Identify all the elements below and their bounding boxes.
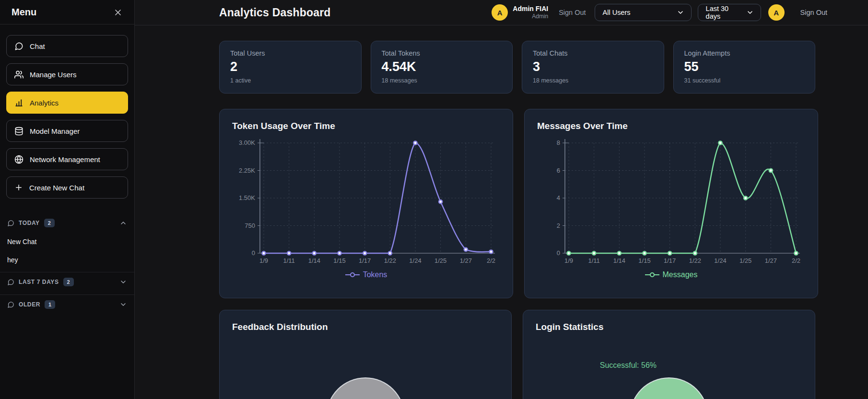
token-usage-chart: 07501.50K2.25K3.00K1/91/111/141/151/171/… [232,136,500,270]
token-usage-card: Token Usage Over Time 07501.50K2.25K3.00… [219,109,513,298]
sidebar-item-analytics[interactable]: Analytics [6,92,128,114]
section-today[interactable]: TODAY 2 [0,213,134,233]
user-filter-value: All Users [603,9,631,16]
stat-value: 55 [684,59,805,74]
plus-icon [14,183,23,192]
token-usage-legend: Tokens [232,270,500,279]
sidebar: Menu Chat Manage Users Analytics [0,0,135,399]
stat-label: Total Tokens [382,49,502,57]
stat-card-total-tokens: Total Tokens 4.54K 18 messages [371,41,513,94]
svg-text:750: 750 [245,222,255,229]
chevron-down-icon [746,9,754,16]
svg-text:1/11: 1/11 [283,257,294,264]
bar-chart-icon [14,98,23,107]
close-sidebar-button[interactable] [113,8,123,17]
chat-bubble-icon [7,220,14,227]
chart-title: Token Usage Over Time [232,121,500,131]
svg-text:8: 8 [557,139,560,146]
sidebar-item-manage-users[interactable]: Manage Users [6,63,128,85]
sign-out-link[interactable]: Sign Out [559,9,586,16]
sidebar-item-chat[interactable]: Chat [6,35,128,57]
svg-text:1/17: 1/17 [359,257,371,264]
svg-text:1/11: 1/11 [588,257,599,264]
sign-out-link-secondary[interactable]: Sign Out [800,9,827,16]
sidebar-item-label: Manage Users [30,70,77,79]
chart-title: Login Statistics [536,322,802,332]
chat-history-item[interactable]: hey [0,251,134,269]
section-count-badge: 2 [44,219,55,227]
chat-bubble-icon [7,301,14,308]
svg-text:1/9: 1/9 [564,257,573,264]
svg-text:4: 4 [557,194,560,201]
sidebar-item-label: Create New Chat [29,184,84,192]
sidebar-item-label: Chat [30,42,45,50]
stat-subtext: 1 active [230,77,351,84]
section-label: TODAY [19,220,40,226]
stat-subtext: 31 successful [684,77,805,84]
globe-icon [14,155,23,164]
section-older[interactable]: OLDER 1 [0,295,134,314]
chat-history: TODAY 2 New Chat hey LAST 7 DAYS 2 OLDER [0,205,134,314]
section-last-7-days[interactable]: LAST 7 DAYS 2 [0,272,134,292]
feedback-distribution-card: Feedback Distribution [219,310,512,399]
svg-text:2.25K: 2.25K [239,167,255,174]
chevron-down-icon [677,9,684,16]
close-icon [113,8,123,17]
stat-value: 3 [533,59,653,74]
svg-text:1/27: 1/27 [765,257,777,264]
user-filter-select[interactable]: All Users [595,4,692,21]
feedback-pie-chart [326,377,405,399]
stat-card-login-attempts: Login Attempts 55 31 successful [673,41,816,94]
svg-text:0: 0 [557,249,560,257]
svg-text:2: 2 [557,222,560,229]
user-meta: Admin FIAI Admin [513,5,548,21]
svg-text:2/2: 2/2 [487,257,495,264]
sidebar-item-label: Network Management [30,155,100,164]
chat-bubble-icon [14,42,23,51]
bottom-row: Feedback Distribution Login Statistics S… [219,310,815,399]
stat-card-total-chats: Total Chats 3 18 messages [522,41,664,94]
date-range-value: Last 30 days [706,5,741,20]
section-count-badge: 2 [63,278,74,286]
svg-text:1/17: 1/17 [664,257,676,264]
analytics-dashboard: Total Users 2 1 active Total Tokens 4.54… [135,25,868,399]
sidebar-item-label: Analytics [30,99,59,107]
stat-subtext: 18 messages [382,77,502,84]
svg-text:2/2: 2/2 [792,257,800,264]
avatar: A [492,4,508,21]
top-bar: Analytics Dashboard A Admin FIAI Admin S… [135,0,868,25]
legend-marker-icon [345,272,360,278]
stat-value: 4.54K [382,59,502,74]
stat-label: Total Chats [533,49,653,57]
svg-text:3.00K: 3.00K [239,139,255,146]
chevron-down-icon [119,278,127,286]
stat-label: Total Users [230,49,351,57]
section-label: OLDER [19,301,40,308]
user-name: Admin FIAI [513,5,548,13]
svg-text:1/14: 1/14 [308,257,320,264]
menu-title: Menu [12,7,36,18]
section-count-badge: 1 [45,300,55,309]
sidebar-item-network-management[interactable]: Network Management [6,148,128,170]
create-new-chat-button[interactable]: Create New Chat [6,176,128,199]
chat-history-item[interactable]: New Chat [0,233,134,251]
chat-bubble-icon [7,279,14,286]
stats-row: Total Users 2 1 active Total Tokens 4.54… [219,41,815,94]
stat-card-total-users: Total Users 2 1 active [219,41,362,94]
sidebar-item-model-manager[interactable]: Model Manager [6,120,128,142]
svg-text:1/22: 1/22 [384,257,396,264]
svg-text:1/24: 1/24 [409,257,421,264]
svg-text:1/9: 1/9 [259,257,268,264]
svg-text:1.50K: 1.50K [239,194,255,201]
users-icon [14,70,23,79]
database-icon [14,127,23,136]
svg-text:1/15: 1/15 [638,257,650,264]
stat-value: 2 [230,59,351,74]
user-role: Admin [513,13,548,20]
sidebar-item-label: Model Manager [30,127,80,135]
svg-text:1/27: 1/27 [460,257,472,264]
legend-marker-icon [645,272,659,278]
page-title: Analytics Dashboard [219,6,331,19]
avatar: A [768,4,785,21]
date-range-select[interactable]: Last 30 days [698,4,761,21]
